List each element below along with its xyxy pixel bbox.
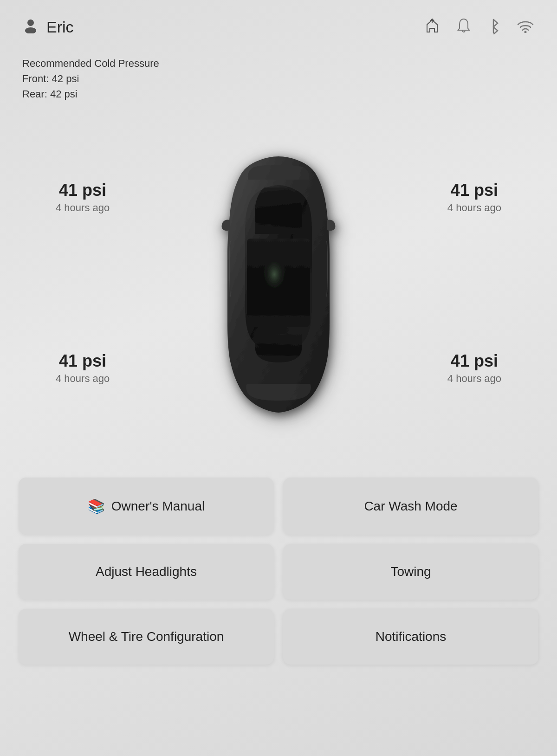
bluetooth-icon[interactable] bbox=[487, 18, 499, 36]
notifications-label: Notifications bbox=[376, 629, 447, 644]
towing-button[interactable]: Towing bbox=[283, 544, 538, 600]
wheel-tire-config-label: Wheel & Tire Configuration bbox=[69, 629, 224, 644]
pressure-label: Recommended Cold Pressure bbox=[22, 56, 535, 71]
wheel-tire-config-button[interactable]: Wheel & Tire Configuration bbox=[19, 609, 274, 665]
svg-point-2 bbox=[525, 31, 527, 33]
car-section: 41 psi 4 hours ago 41 psi 4 hours ago 41… bbox=[0, 106, 557, 468]
user-name: Eric bbox=[46, 18, 74, 36]
tire-fl-psi: 41 psi bbox=[56, 181, 110, 200]
buttons-grid: 📚 Owner's Manual Car Wash Mode Adjust He… bbox=[0, 468, 557, 683]
car-wash-mode-label: Car Wash Mode bbox=[364, 499, 457, 514]
tire-fr-time: 4 hours ago bbox=[447, 202, 501, 214]
tire-rl-psi: 41 psi bbox=[56, 351, 110, 371]
owners-manual-button[interactable]: 📚 Owner's Manual bbox=[19, 478, 274, 535]
bell-icon[interactable] bbox=[457, 18, 471, 36]
header-icons bbox=[424, 18, 535, 36]
home-icon[interactable] bbox=[424, 18, 440, 36]
tire-rl-time: 4 hours ago bbox=[56, 373, 110, 385]
car-image bbox=[204, 148, 353, 426]
header: Eric bbox=[0, 0, 557, 46]
tire-rr-psi: 41 psi bbox=[447, 351, 501, 371]
tire-fr-psi: 41 psi bbox=[447, 181, 501, 200]
adjust-headlights-label: Adjust Headlights bbox=[96, 564, 197, 579]
tire-rear-left: 41 psi 4 hours ago bbox=[56, 351, 110, 385]
book-icon: 📚 bbox=[88, 498, 105, 514]
wifi-icon[interactable] bbox=[516, 19, 535, 35]
svg-point-4 bbox=[258, 255, 295, 310]
user-icon bbox=[22, 17, 39, 37]
tire-front-right: 41 psi 4 hours ago bbox=[447, 181, 501, 214]
svg-point-1 bbox=[25, 27, 36, 33]
svg-point-0 bbox=[27, 19, 34, 26]
tire-rr-time: 4 hours ago bbox=[447, 373, 501, 385]
tire-fl-time: 4 hours ago bbox=[56, 202, 110, 214]
tire-front-left: 41 psi 4 hours ago bbox=[56, 181, 110, 214]
towing-label: Towing bbox=[390, 564, 431, 579]
pressure-info: Recommended Cold Pressure Front: 42 psi … bbox=[0, 46, 557, 106]
car-wash-mode-button[interactable]: Car Wash Mode bbox=[283, 478, 538, 535]
pressure-rear: Rear: 42 psi bbox=[22, 86, 535, 102]
header-left: Eric bbox=[22, 17, 74, 37]
adjust-headlights-button[interactable]: Adjust Headlights bbox=[19, 544, 274, 600]
pressure-front: Front: 42 psi bbox=[22, 71, 535, 86]
notifications-button[interactable]: Notifications bbox=[283, 609, 538, 665]
owners-manual-label: Owner's Manual bbox=[111, 499, 205, 514]
tire-rear-right: 41 psi 4 hours ago bbox=[447, 351, 501, 385]
